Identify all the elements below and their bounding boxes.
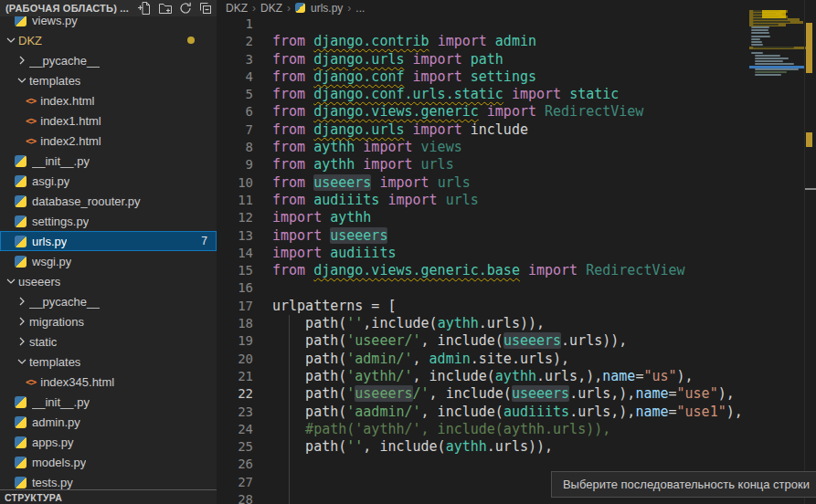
collapse-all-icon[interactable] xyxy=(198,1,213,16)
chevron-down-icon xyxy=(4,274,18,289)
tree-file-index345-html[interactable]: <>index345.html xyxy=(0,372,217,392)
html-file-icon: <> xyxy=(26,376,36,388)
code-area[interactable]: 12from django.contrib import admin3from … xyxy=(217,16,816,504)
tree-folder-migrations[interactable]: migrations xyxy=(0,311,217,331)
line-content: path('', include(aythh.urls)), xyxy=(253,438,553,456)
tree-item-label: settings.py xyxy=(32,215,89,228)
tree-file-models-py[interactable]: models.py xyxy=(0,452,217,472)
tree-item-label: tests.py xyxy=(32,476,73,489)
code-line-19[interactable]: 19 path('useeer/', include(useeers.urls)… xyxy=(217,332,816,350)
tree-folder-static[interactable]: static xyxy=(0,331,217,352)
tree-file-settings-py[interactable]: settings.py xyxy=(0,211,217,231)
workspace-section-header[interactable]: (РАБОЧАЯ ОБЛАСТЬ) ... xyxy=(0,0,217,16)
line-number: 10 xyxy=(217,174,253,192)
tree-item-label: models.py xyxy=(32,456,86,469)
code-line-4[interactable]: 4from django.conf import settings xyxy=(217,68,816,86)
tree-file-index2-html[interactable]: <>index2.html xyxy=(0,131,217,151)
code-line-20[interactable]: 20 path('admin/', admin.site.urls), xyxy=(217,351,816,368)
line-content: from aythh import urls xyxy=(253,156,454,173)
outline-section-header[interactable]: СТРУКТУРА xyxy=(0,489,217,504)
code-line-24[interactable]: 24 #path('aythh/', include(aythh.urls)), xyxy=(217,421,816,438)
chevron-down-icon xyxy=(15,354,29,369)
code-line-10[interactable]: 10from useeers import urls xyxy=(217,174,816,192)
minimap[interactable] xyxy=(749,7,805,89)
line-number: 4 xyxy=(217,68,253,86)
code-line-15[interactable]: 15from django.views.generic.base import … xyxy=(217,262,816,279)
python-file-icon xyxy=(15,416,26,428)
line-number: 5 xyxy=(217,86,253,103)
line-content: from useeers import urls xyxy=(253,174,471,192)
python-file-icon xyxy=(15,155,26,167)
tree-file-asgi-py[interactable]: asgi.py xyxy=(0,171,217,191)
code-line-6[interactable]: 6from django.views.generic import Redire… xyxy=(217,103,816,121)
code-line-13[interactable]: 13import useeers xyxy=(217,227,816,245)
tree-folder-dkz[interactable]: DKZ xyxy=(0,30,217,50)
python-file-icon xyxy=(15,457,26,468)
tree-file--init-py[interactable]: __init__.py xyxy=(0,392,217,412)
tree-file-views-py[interactable]: views.py xyxy=(0,16,217,30)
tree-item-label: index.html xyxy=(40,94,94,108)
tree-file-index1-html[interactable]: <>index1.html xyxy=(0,110,217,131)
tree-folder-templates[interactable]: templates xyxy=(0,70,217,90)
tree-file-wsgi-py[interactable]: wsgi.py xyxy=(0,251,217,271)
line-number: 8 xyxy=(217,139,253,156)
tree-folder-templates[interactable]: templates xyxy=(0,352,217,372)
breadcrumb-segment[interactable]: urls.py xyxy=(311,2,343,15)
python-file-icon xyxy=(15,236,26,247)
line-content: path('aythh/', include(aythh.urls,),name… xyxy=(253,368,694,385)
code-line-11[interactable]: 11from audiiits import urls xyxy=(217,192,816,209)
line-number: 17 xyxy=(217,298,253,315)
tree-file-apps-py[interactable]: apps.py xyxy=(0,432,217,452)
editor-pane: DKZ›DKZ›urls.py›... 12from django.contri… xyxy=(217,0,816,504)
line-number: 23 xyxy=(217,404,253,421)
code-line-8[interactable]: 8from aythh import views xyxy=(217,139,816,156)
new-file-icon[interactable] xyxy=(138,1,153,16)
breadcrumb-segment[interactable]: ... xyxy=(355,2,365,15)
breadcrumb-separator: › xyxy=(250,2,258,15)
tree-item-label: __init__.py xyxy=(32,395,90,409)
tree-file-admin-py[interactable]: admin.py xyxy=(0,412,217,432)
tree-file-tests-py[interactable]: tests.py xyxy=(0,472,217,490)
vscode-window: (РАБОЧАЯ ОБЛАСТЬ) ... xyxy=(0,0,816,504)
code-line-17[interactable]: 17urlpatterns = [ xyxy=(217,298,816,315)
code-line-25[interactable]: 25 path('', include(aythh.urls)), xyxy=(217,438,816,456)
tree-file-urls-py[interactable]: urls.py7 xyxy=(0,231,217,251)
code-line-5[interactable]: 5from django.conf.urls.static import sta… xyxy=(217,86,816,103)
tree-folder--pycache-[interactable]: __pycache__ xyxy=(0,50,217,70)
tree-item-label: templates xyxy=(29,355,80,369)
breadcrumb-segment[interactable]: DKZ xyxy=(260,2,282,15)
new-folder-icon[interactable] xyxy=(158,1,173,16)
tree-folder--pycache-[interactable]: __pycache__ xyxy=(0,291,217,311)
tree-folder-useeers[interactable]: useeers xyxy=(0,271,217,291)
tree-item-label: index345.html xyxy=(40,375,114,389)
code-line-22[interactable]: 22 path('useeers/', include(useeers.urls… xyxy=(217,385,816,403)
code-line-23[interactable]: 23 path('aadmin/', include(audiiits.urls… xyxy=(217,404,816,421)
chevron-right-icon xyxy=(15,334,29,349)
line-content: from django.conf import settings xyxy=(253,68,536,86)
code-line-14[interactable]: 14import audiiits xyxy=(217,245,816,262)
code-line-18[interactable]: 18 path('',include(aythh.urls)), xyxy=(217,315,816,332)
tree-item-label: views.py xyxy=(32,16,78,27)
code-line-9[interactable]: 9from aythh import urls xyxy=(217,156,816,173)
line-number: 12 xyxy=(217,209,253,226)
line-content: path('aadmin/', include(audiiits.urls,),… xyxy=(253,404,743,421)
code-line-2[interactable]: 2from django.contrib import admin xyxy=(217,33,816,50)
tree-file--init-py[interactable]: __init__.py xyxy=(0,151,217,171)
code-line-16[interactable]: 16 xyxy=(217,279,816,297)
code-line-12[interactable]: 12import aythh xyxy=(217,209,816,226)
tree-file-index-html[interactable]: <>index.html xyxy=(0,90,217,110)
breadcrumb[interactable]: DKZ›DKZ›urls.py›... xyxy=(217,0,816,16)
overview-ruler[interactable] xyxy=(804,0,816,504)
line-number: 9 xyxy=(217,156,253,173)
code-line-1[interactable]: 1 xyxy=(217,16,816,33)
tree-file-database-roouter-py[interactable]: database_roouter.py xyxy=(0,191,217,211)
code-line-21[interactable]: 21 path('aythh/', include(aythh.urls,),n… xyxy=(217,368,816,385)
tree-item-label: apps.py xyxy=(32,436,74,449)
breadcrumb-segment[interactable]: DKZ xyxy=(226,2,248,15)
line-number: 28 xyxy=(217,491,253,504)
html-file-icon: <> xyxy=(26,115,36,127)
code-line-7[interactable]: 7from django.urls import include xyxy=(217,121,816,139)
refresh-icon[interactable] xyxy=(178,1,193,16)
line-content: from audiiits import urls xyxy=(253,192,479,209)
code-line-3[interactable]: 3from django.urls import path xyxy=(217,51,816,68)
